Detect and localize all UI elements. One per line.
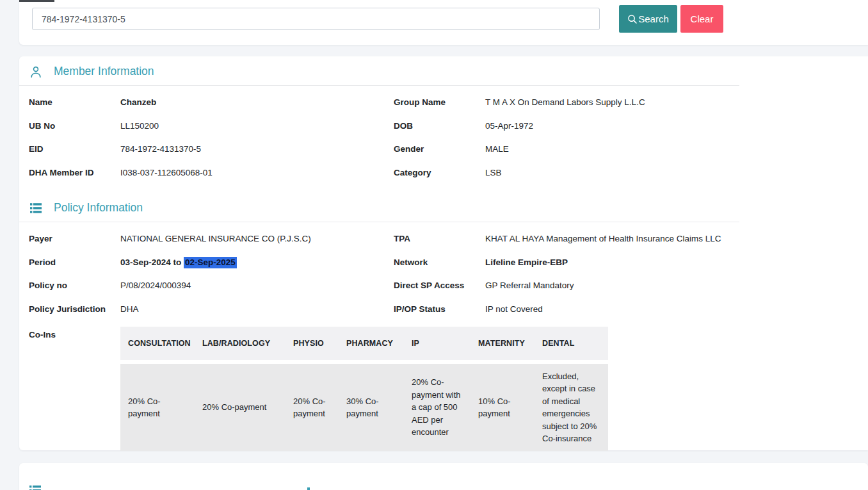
field-gender: Gender MALE bbox=[394, 143, 855, 167]
field-network: Network Lifeline Empire-EBP bbox=[394, 257, 855, 281]
field-policy-jurisdiction: Policy Jurisdiction DHA bbox=[29, 304, 394, 327]
field-direct-sp-access: Direct SP Access GP Referral Mandatory bbox=[394, 280, 855, 304]
policy-section-divider bbox=[19, 222, 739, 222]
next-section-card bbox=[19, 463, 868, 490]
period-end-highlighted: 02-Sep-2025 bbox=[184, 257, 237, 268]
member-information-title: Member Information bbox=[54, 65, 154, 78]
member-section-divider bbox=[19, 85, 739, 86]
col-lab-radiology: LAB/RADIOLOGY bbox=[195, 327, 285, 360]
field-eid: EID 784-1972-4131370-5 bbox=[29, 143, 394, 167]
search-input[interactable] bbox=[32, 8, 600, 30]
clear-button[interactable]: Clear bbox=[680, 5, 723, 33]
search-button[interactable]: Search bbox=[619, 5, 677, 33]
cell-dental: Excluded, except in case of medical emer… bbox=[534, 364, 608, 452]
cell-lab-radiology: 20% Co-payment bbox=[195, 395, 285, 420]
period-start: 03-Sep-2024 to bbox=[120, 257, 184, 267]
field-dha-member-id: DHA Member ID I038-037-112605068-01 bbox=[29, 167, 394, 191]
active-tab-underline-fragment bbox=[19, 0, 54, 2]
coins-table-header: CONSULTATION LAB/RADIOLOGY PHYSIO PHARMA… bbox=[120, 327, 608, 360]
person-icon bbox=[29, 66, 42, 78]
cell-physio: 20% Co-payment bbox=[285, 389, 339, 427]
policy-information-title: Policy Information bbox=[54, 201, 143, 215]
col-ip: IP bbox=[404, 327, 470, 360]
search-button-label: Search bbox=[638, 13, 669, 24]
field-tpa: TPA KHAT AL HAYA Management of Health In… bbox=[394, 233, 855, 257]
policy-list-icon bbox=[29, 202, 42, 214]
next-section-title-fragment bbox=[307, 487, 310, 490]
coins-table: CONSULTATION LAB/RADIOLOGY PHYSIO PHARMA… bbox=[120, 327, 608, 451]
col-consultation: CONSULTATION bbox=[120, 327, 195, 360]
coins-row: Co-Ins CONSULTATION LAB/RADIOLOGY PHYSIO… bbox=[29, 327, 868, 451]
field-dob: DOB 05-Apr-1972 bbox=[394, 120, 855, 144]
policy-information-header: Policy Information bbox=[19, 193, 868, 222]
field-payer: Payer NATIONAL GENERAL INSURANCE CO (P.J… bbox=[29, 233, 394, 257]
field-ip-op-status: IP/OP Status IP not Covered bbox=[394, 304, 855, 327]
col-pharmacy: PHARMACY bbox=[339, 327, 404, 360]
clear-button-label: Clear bbox=[691, 13, 714, 24]
cell-ip: 20% Co-payment with a cap of 500 AED per… bbox=[404, 370, 470, 445]
coins-table-row: 20% Co-payment 20% Co-payment 20% Co-pay… bbox=[120, 364, 608, 451]
col-dental: DENTAL bbox=[534, 327, 608, 360]
member-policy-card: Member Information Name Chanzeb UB No LL… bbox=[19, 56, 868, 450]
coins-label: Co-Ins bbox=[29, 327, 120, 451]
member-fields: Name Chanzeb UB No LL150200 EID 784-1972… bbox=[19, 97, 868, 190]
field-category: Category LSB bbox=[394, 167, 855, 191]
search-icon bbox=[627, 14, 638, 24]
cell-maternity: 10% Co-payment bbox=[470, 389, 534, 427]
col-physio: PHYSIO bbox=[285, 327, 339, 360]
cell-pharmacy: 30% Co-payment bbox=[339, 389, 404, 427]
field-policy-no: Policy no P/08/2024/000394 bbox=[29, 280, 394, 304]
field-name: Name Chanzeb bbox=[29, 97, 394, 120]
search-card: Search Clear bbox=[19, 0, 868, 45]
field-period: Period 03-Sep-2024 to 02-Sep-2025 bbox=[29, 257, 394, 281]
policy-fields: Payer NATIONAL GENERAL INSURANCE CO (P.J… bbox=[19, 233, 868, 327]
col-maternity: MATERNITY bbox=[470, 327, 534, 360]
field-ub-no: UB No LL150200 bbox=[29, 120, 394, 144]
member-information-header: Member Information bbox=[19, 56, 868, 85]
next-section-icon bbox=[29, 485, 42, 490]
cell-consultation: 20% Co-payment bbox=[120, 389, 195, 427]
field-group-name: Group Name T M A X On Demand Labors Supp… bbox=[394, 97, 855, 120]
